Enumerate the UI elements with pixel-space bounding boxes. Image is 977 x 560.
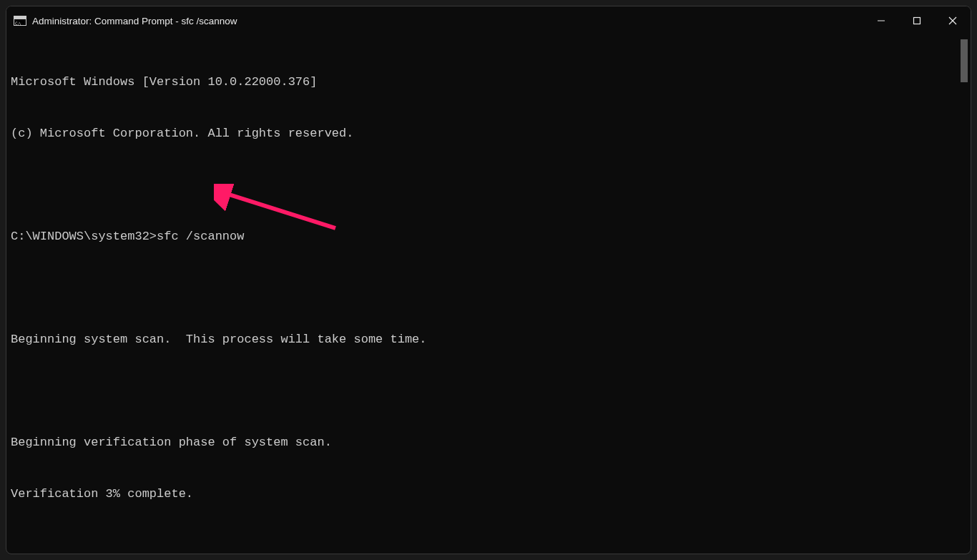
blank-line (11, 177, 966, 194)
terminal-line: Beginning verification phase of system s… (11, 434, 966, 451)
terminal-line: Beginning system scan. This process will… (11, 331, 966, 348)
blank-line (11, 383, 966, 400)
cmd-icon: C:\ (14, 16, 26, 26)
terminal-line: Microsoft Windows [Version 10.0.22000.37… (11, 74, 966, 91)
terminal-line: Verification 3% complete. (11, 486, 966, 503)
vertical-scrollbar[interactable] (961, 39, 968, 82)
window-controls (863, 6, 971, 35)
terminal-prompt: C:\WINDOWS\system32> (11, 230, 157, 243)
minimize-button[interactable] (863, 6, 899, 35)
maximize-button[interactable] (899, 6, 935, 35)
close-button[interactable] (935, 6, 971, 35)
terminal-prompt-line: C:\WINDOWS\system32>sfc /scannow (11, 228, 966, 245)
window-titlebar[interactable]: C:\ Administrator: Command Prompt - sfc … (6, 6, 971, 35)
terminal-command: sfc /scannow (157, 230, 244, 243)
terminal-line: (c) Microsoft Corporation. All rights re… (11, 125, 966, 142)
titlebar-left: C:\ Administrator: Command Prompt - sfc … (14, 16, 237, 26)
command-prompt-window: C:\ Administrator: Command Prompt - sfc … (6, 6, 971, 554)
terminal-output-area[interactable]: Microsoft Windows [Version 10.0.22000.37… (6, 35, 971, 554)
svg-rect-1 (914, 18, 920, 24)
blank-line (11, 280, 966, 297)
window-title: Administrator: Command Prompt - sfc /sca… (32, 16, 237, 26)
